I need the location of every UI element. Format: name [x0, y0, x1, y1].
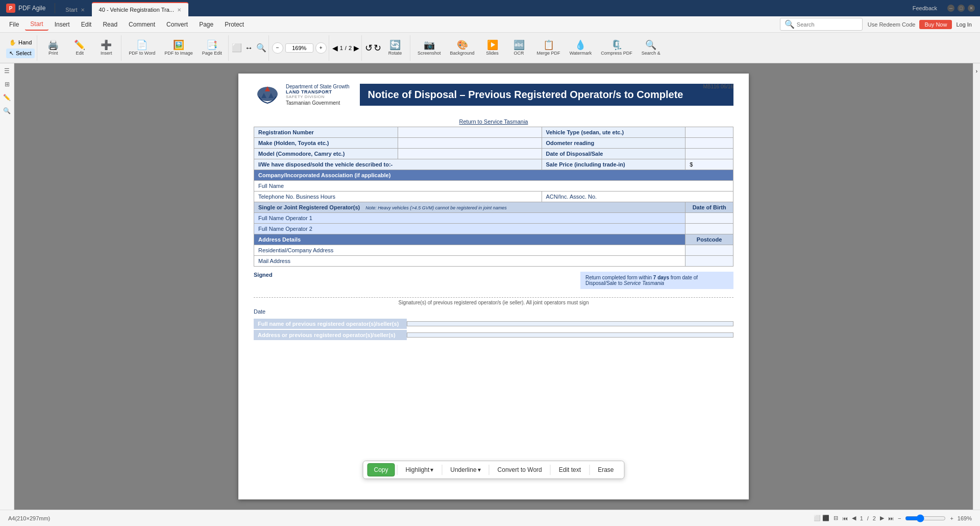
status-nav-first[interactable]: ⏮: [842, 515, 848, 521]
edit-icon: ✏️: [74, 40, 85, 50]
fit-width-icon[interactable]: ↔️: [245, 43, 253, 53]
edit-text-button[interactable]: Edit text: [553, 464, 587, 476]
zoom-slider[interactable]: [905, 514, 946, 522]
background-label: Background: [450, 51, 475, 56]
return-notice-text: Return completed form within 7 days from…: [585, 275, 698, 286]
pdf-to-word-icon: 📄: [136, 40, 148, 50]
buy-now-button[interactable]: Buy Now: [919, 20, 952, 29]
acn-label: ACN/Inc. Assoc. No.: [542, 192, 733, 202]
rotate-button[interactable]: 🔄 Rotate: [382, 36, 408, 60]
menu-comment[interactable]: Comment: [124, 19, 160, 30]
zoom-out-button[interactable]: −: [272, 42, 283, 54]
zoom-input[interactable]: [285, 43, 313, 53]
menu-page[interactable]: Page: [194, 19, 218, 30]
tool-group-page-number: ◀ 1 / 2 ▶: [330, 35, 362, 61]
print-label: Print: [48, 51, 58, 56]
prev-page-icon[interactable]: ◀: [332, 44, 338, 52]
sidebar-bookmarks-icon[interactable]: ⊞: [2, 79, 13, 90]
edit-button[interactable]: ✏️ Edit: [67, 36, 92, 60]
menu-convert[interactable]: Convert: [161, 19, 193, 30]
status-split-icon: ⊟: [834, 515, 838, 521]
status-page-total: 2: [873, 515, 876, 521]
tab-start[interactable]: Start ✕: [58, 2, 91, 16]
close-button[interactable]: ✕: [968, 5, 975, 12]
underline-button[interactable]: Underline ▾: [444, 464, 486, 476]
rotate-icon: 🔄: [389, 40, 401, 50]
disposed-to-label: I/We have disposed/sold the vehicle desc…: [254, 159, 542, 170]
log-in-button[interactable]: Log In: [956, 21, 972, 28]
prev-op-name-value: [407, 321, 733, 326]
float-divider-2: [442, 465, 442, 475]
feedback-button[interactable]: Feedback: [908, 5, 942, 11]
menu-search-box[interactable]: 🔍: [780, 18, 863, 31]
tab-start-close[interactable]: ✕: [81, 7, 85, 13]
disposal-date-value: [685, 149, 733, 159]
search-input[interactable]: [797, 21, 858, 28]
menu-read[interactable]: Read: [97, 19, 122, 30]
merge-pdf-button[interactable]: 📋 Merge PDF: [533, 36, 565, 60]
use-redeem-button[interactable]: Use Redeem Code: [868, 21, 916, 28]
sidebar-thumbnails-icon[interactable]: ☰: [2, 65, 13, 77]
rotate-ccw-icon[interactable]: ↺: [365, 42, 373, 54]
search-pdf-button[interactable]: 🔍 Search &: [638, 36, 665, 60]
highlight-arrow-icon: ▾: [430, 466, 433, 473]
tab-doc-close[interactable]: ✕: [177, 7, 181, 13]
print-icon: 🖨️: [47, 40, 59, 50]
op2-dob: [685, 224, 733, 234]
menu-file[interactable]: File: [4, 19, 24, 30]
table-row: Telephone No. Business Hours ACN/Inc. As…: [254, 192, 733, 202]
menu-insert[interactable]: Insert: [50, 19, 75, 30]
reg-number-value: [398, 127, 542, 138]
page-edit-label: Page Edit: [202, 51, 222, 56]
convert-to-word-button[interactable]: Convert to Word: [492, 464, 548, 476]
disposal-date-label: Date of Disposal/Sale: [542, 149, 685, 159]
menu-edit[interactable]: Edit: [76, 19, 97, 30]
reg-number-label: Registration Number: [254, 127, 398, 138]
status-nav-next[interactable]: ▶: [880, 515, 884, 521]
ocr-button[interactable]: 🔤 OCR: [506, 36, 532, 60]
status-nav-last[interactable]: ⏭: [888, 515, 894, 521]
background-button[interactable]: 🎨 Background: [446, 36, 479, 60]
odometer-label: Odometer reading: [542, 138, 685, 149]
underline-arrow-icon: ▾: [478, 466, 481, 473]
next-page-icon[interactable]: ▶: [354, 44, 359, 52]
select-tool[interactable]: ↖ Select: [6, 49, 35, 58]
compress-icon: 🗜️: [611, 40, 622, 50]
zoom-in-button[interactable]: +: [315, 42, 327, 54]
doc-title-box: Notice of Disposal – Previous Registered…: [360, 84, 733, 106]
sidebar-search-icon[interactable]: 🔍: [2, 105, 13, 116]
prev-op-addr-value: [407, 332, 733, 338]
print-button[interactable]: 🖨️ Print: [40, 36, 66, 60]
hand-tool[interactable]: ✋ Hand: [6, 38, 35, 47]
status-zoom-in[interactable]: +: [950, 515, 953, 521]
status-right: ⬜ ⬛ ⊟ ⏮ ◀ 1 / 2 ▶ ⏭ − + 169%: [814, 514, 972, 522]
compress-pdf-button[interactable]: 🗜️ Compress PDF: [597, 36, 636, 60]
zoom-region-icon[interactable]: 🔍: [256, 43, 266, 53]
highlight-button[interactable]: Highlight ▾: [400, 464, 440, 476]
insert-button[interactable]: ➕ Insert: [93, 36, 119, 60]
erase-button[interactable]: Erase: [592, 464, 620, 476]
copy-button[interactable]: Copy: [368, 463, 395, 476]
table-row: Model (Commodore, Camry etc.) Date of Di…: [254, 149, 733, 159]
right-sidebar-toggle[interactable]: ›: [973, 63, 980, 510]
menu-protect[interactable]: Protect: [219, 19, 249, 30]
pdf-to-word-button[interactable]: 📄 PDF to Word: [125, 36, 159, 60]
status-zoom-out[interactable]: −: [898, 515, 901, 521]
minimize-button[interactable]: ─: [947, 5, 954, 12]
menu-start[interactable]: Start: [25, 18, 48, 31]
status-nav-prev[interactable]: ◀: [852, 515, 856, 521]
pdf-to-image-button[interactable]: 🖼️ PDF to Image: [160, 36, 197, 60]
screenshot-button[interactable]: 📷 Screenshot: [413, 36, 445, 60]
rotate-cw-icon[interactable]: ↻: [374, 42, 381, 54]
slides-button[interactable]: ▶️ Slides: [480, 36, 505, 60]
restore-button[interactable]: □: [958, 5, 965, 12]
sidebar-annotations-icon[interactable]: ✏️: [2, 92, 13, 103]
prev-op-addr-row: Address or previous registered operator(…: [254, 330, 733, 340]
watermark-button[interactable]: 💧 Watermark: [566, 36, 596, 60]
search-icon: 🔍: [785, 19, 795, 29]
return-notice-box: Return completed form within 7 days from…: [580, 272, 733, 289]
page-edit-button[interactable]: 📑 Page Edit: [198, 36, 226, 60]
fit-page-icon[interactable]: ⬜: [232, 43, 242, 53]
tab-doc[interactable]: 40 - Vehicle Registration Tra... ✕: [92, 2, 188, 16]
tool-group-rotate: ↺ ↻ 🔄 Rotate: [363, 35, 410, 61]
